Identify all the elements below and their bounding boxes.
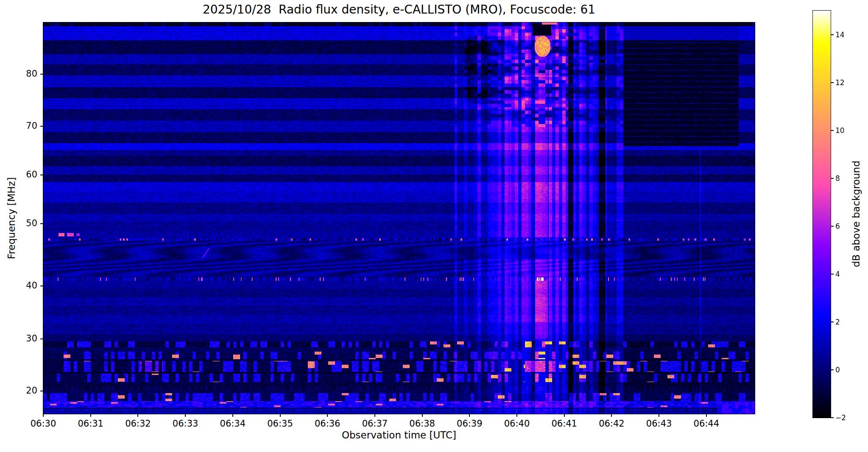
x-tick-mark bbox=[659, 414, 659, 417]
x-tick-mark bbox=[469, 414, 470, 417]
x-tick-mark bbox=[516, 414, 517, 417]
y-tick-mark bbox=[40, 391, 43, 391]
colorbar-tick-label: −2 bbox=[835, 413, 846, 422]
colorbar-tick-label: 8 bbox=[835, 174, 840, 183]
y-axis-label: Frequency [MHz] bbox=[6, 177, 17, 259]
x-tick-mark bbox=[706, 414, 707, 417]
colorbar-tick-mark bbox=[831, 130, 834, 131]
x-tick-label: 06:32 bbox=[119, 419, 157, 429]
x-tick-mark bbox=[280, 414, 281, 417]
colorbar-tick-mark bbox=[831, 274, 834, 275]
y-tick-label: 60 bbox=[17, 169, 37, 180]
y-tick-label: 80 bbox=[17, 69, 37, 79]
colorbar-gradient bbox=[813, 11, 831, 418]
colorbar-tick-label: 12 bbox=[835, 78, 845, 87]
spectrogram-heatmap bbox=[43, 22, 755, 414]
y-tick-label: 70 bbox=[17, 121, 37, 131]
colorbar-tick-mark bbox=[831, 226, 834, 227]
x-tick-label: 06:34 bbox=[214, 419, 252, 429]
x-tick-label: 06:30 bbox=[24, 419, 62, 429]
colorbar-tick-label: 0 bbox=[835, 366, 840, 374]
y-tick-label: 50 bbox=[17, 218, 37, 228]
x-tick-mark bbox=[232, 414, 233, 417]
y-tick-mark bbox=[40, 175, 43, 175]
x-tick-label: 06:36 bbox=[308, 419, 346, 429]
x-tick-mark bbox=[422, 414, 423, 417]
x-tick-label: 06:35 bbox=[261, 419, 299, 429]
y-tick-mark bbox=[40, 74, 43, 75]
x-tick-label: 06:38 bbox=[403, 419, 441, 429]
x-axis-label: Observation time [UTC] bbox=[43, 430, 755, 441]
x-tick-label: 06:40 bbox=[498, 419, 536, 429]
y-tick-label: 40 bbox=[17, 280, 37, 291]
y-tick-mark bbox=[40, 223, 43, 224]
colorbar-tick-mark bbox=[831, 322, 834, 322]
colorbar-tick-mark bbox=[831, 417, 834, 418]
x-tick-label: 06:39 bbox=[450, 419, 488, 429]
x-tick-mark bbox=[185, 414, 186, 417]
x-tick-label: 06:41 bbox=[545, 419, 583, 429]
x-tick-mark bbox=[327, 414, 328, 417]
x-tick-label: 06:33 bbox=[166, 419, 204, 429]
x-tick-mark bbox=[137, 414, 138, 417]
colorbar-tick-label: 4 bbox=[835, 270, 840, 278]
y-tick-label: 30 bbox=[17, 333, 37, 344]
colorbar-tick-label: 2 bbox=[835, 318, 840, 326]
colorbar-tick-label: 6 bbox=[835, 222, 840, 230]
y-tick-mark bbox=[40, 126, 43, 127]
y-tick-mark bbox=[40, 286, 43, 286]
x-tick-mark bbox=[43, 414, 44, 417]
x-tick-mark bbox=[564, 414, 565, 417]
spectrogram-figure: 2025/10/28 Radio flux density, e-CALLIST… bbox=[0, 0, 868, 452]
y-tick-label: 20 bbox=[17, 385, 37, 396]
colorbar-tick-mark bbox=[831, 178, 834, 179]
x-tick-label: 06:37 bbox=[356, 419, 394, 429]
x-tick-label: 06:43 bbox=[640, 419, 678, 429]
x-tick-mark bbox=[611, 414, 612, 417]
colorbar-tick-mark bbox=[831, 82, 834, 83]
chart-title: 2025/10/28 Radio flux density, e-CALLIST… bbox=[43, 3, 755, 17]
x-tick-mark bbox=[374, 414, 375, 417]
colorbar-label: dB above background bbox=[851, 161, 862, 267]
colorbar-tick-mark bbox=[831, 369, 834, 370]
x-tick-label: 06:31 bbox=[72, 419, 110, 429]
x-tick-label: 06:44 bbox=[687, 419, 726, 429]
y-tick-mark bbox=[40, 338, 43, 339]
colorbar-tick-mark bbox=[831, 34, 834, 35]
colorbar-tick-label: 14 bbox=[835, 31, 845, 39]
x-tick-label: 06:42 bbox=[592, 419, 631, 429]
colorbar-tick-label: 10 bbox=[835, 126, 845, 135]
x-tick-mark bbox=[90, 414, 91, 417]
